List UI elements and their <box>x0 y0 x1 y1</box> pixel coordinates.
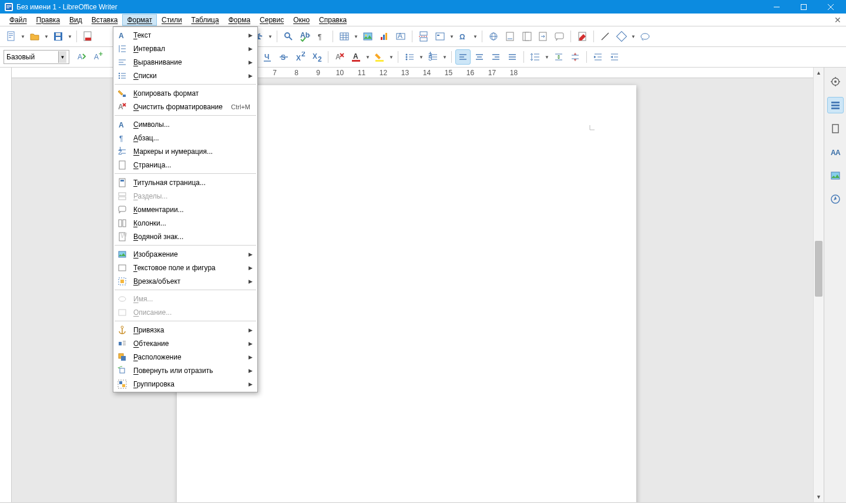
number-dropdown[interactable]: ▼ <box>442 49 448 65</box>
insert-field-button[interactable] <box>432 29 448 44</box>
close-doc-icon[interactable]: ✕ <box>834 15 841 25</box>
open-dropdown[interactable]: ▼ <box>43 29 49 44</box>
menu-table[interactable]: Таблица <box>187 14 224 26</box>
menu-help[interactable]: Справка <box>314 14 351 26</box>
menuitem-watermark[interactable]: WВодяной знак... <box>113 230 257 243</box>
menuitem-frame[interactable]: Врезка/объект▶ <box>113 274 257 288</box>
draw-functions-button[interactable] <box>637 29 653 44</box>
insert-image-button[interactable] <box>360 29 375 44</box>
spacing-dropdown[interactable]: ▼ <box>544 49 550 65</box>
bullet-dropdown[interactable]: ▼ <box>418 49 424 65</box>
superscript-button[interactable]: X2 <box>293 49 308 65</box>
vertical-scrollbar[interactable]: ▲ ▼ <box>813 68 824 502</box>
basic-shape-button[interactable] <box>614 29 629 44</box>
cross-ref-button[interactable] <box>535 29 550 44</box>
increase-indent-button[interactable] <box>590 49 606 65</box>
undo-dropdown[interactable]: ▼ <box>267 29 273 44</box>
menuitem-spacing[interactable]: Интервал▶ <box>113 42 257 55</box>
menuitem-titlepage[interactable]: Титульная страница... <box>113 176 257 189</box>
menuitem-text[interactable]: AТекст▶ <box>113 28 257 42</box>
clear-format-button[interactable]: A <box>332 49 347 65</box>
menuitem-anchor[interactable]: Привязка▶ <box>113 323 257 337</box>
menuitem-arrange[interactable]: Расположение▶ <box>113 350 257 364</box>
menu-insert[interactable]: Вставка <box>87 14 123 26</box>
sidebar-properties-button[interactable] <box>827 97 844 113</box>
menuitem-clone[interactable]: Копировать формат <box>113 86 257 100</box>
sidebar-gallery-button[interactable] <box>827 167 844 184</box>
font-color-button[interactable]: A <box>348 49 364 65</box>
menuitem-clear-format[interactable]: AОчистить форматированиеCtrl+M <box>113 100 257 113</box>
menu-edit[interactable]: Правка <box>32 14 65 26</box>
align-right-button[interactable] <box>488 49 503 65</box>
menuitem-image[interactable]: Изображение▶ <box>113 247 257 261</box>
maximize-button[interactable] <box>792 0 819 14</box>
shape-dropdown[interactable]: ▼ <box>630 29 636 44</box>
field-dropdown[interactable]: ▼ <box>449 29 455 44</box>
track-changes-button[interactable] <box>575 29 590 44</box>
menuitem-wrap[interactable]: Обтекание▶ <box>113 337 257 350</box>
menu-file[interactable]: Файл <box>5 14 32 26</box>
insert-chart-button[interactable] <box>377 29 392 44</box>
menuitem-columns[interactable]: Колонки... <box>113 216 257 230</box>
highlight-dropdown[interactable]: ▼ <box>388 49 394 65</box>
special-char-button[interactable]: Ω <box>456 29 471 44</box>
increase-spacing-button[interactable] <box>551 49 566 65</box>
menuitem-textbox[interactable]: Текстовое поле и фигура▶ <box>113 261 257 274</box>
menuitem-align[interactable]: Выравнивание▶ <box>113 55 257 69</box>
new-style-button[interactable]: A+ <box>90 49 106 65</box>
hyperlink-button[interactable] <box>486 29 501 44</box>
font-color-dropdown[interactable]: ▼ <box>365 49 371 65</box>
strikethrough-button[interactable]: S <box>276 49 291 65</box>
sidebar-page-button[interactable] <box>827 120 844 137</box>
line-button[interactable] <box>597 29 613 44</box>
menuitem-character[interactable]: AСимволы... <box>113 117 257 131</box>
menuitem-page[interactable]: Страница... <box>113 158 257 172</box>
underline-button[interactable]: Ч <box>260 49 275 65</box>
scroll-down-icon[interactable]: ▼ <box>814 492 824 502</box>
scrollbar-thumb[interactable] <box>815 241 822 297</box>
subscript-button[interactable]: X2 <box>309 49 324 65</box>
close-button[interactable] <box>819 0 846 14</box>
menu-tools[interactable]: Сервис <box>255 14 288 26</box>
new-doc-dropdown[interactable]: ▼ <box>20 29 26 44</box>
spellcheck-button[interactable]: Abc <box>297 29 313 44</box>
menu-format[interactable]: Формат <box>122 14 157 26</box>
menuitem-rotate[interactable]: Повернуть или отразить▶ <box>113 364 257 377</box>
new-doc-button[interactable] <box>4 29 19 44</box>
menuitem-group[interactable]: Группировка▶ <box>113 377 257 391</box>
menuitem-comments[interactable]: Комментарии... <box>113 203 257 216</box>
highlight-button[interactable] <box>372 49 387 65</box>
menu-view[interactable]: Вид <box>65 14 87 26</box>
menu-window[interactable]: Окно <box>288 14 314 26</box>
sidebar-navigator-button[interactable] <box>827 191 844 207</box>
insert-textbox-button[interactable]: A <box>393 29 408 44</box>
menu-form[interactable]: Форма <box>224 14 255 26</box>
number-list-button[interactable]: 123 <box>425 49 441 65</box>
save-dropdown[interactable]: ▼ <box>67 29 73 44</box>
open-button[interactable] <box>27 29 42 44</box>
scroll-up-icon[interactable]: ▲ <box>814 68 824 78</box>
decrease-indent-button[interactable] <box>607 49 622 65</box>
save-button[interactable] <box>51 29 66 44</box>
line-spacing-button[interactable] <box>528 49 543 65</box>
find-replace-button[interactable] <box>281 29 296 44</box>
sidebar-settings-button[interactable] <box>827 73 844 90</box>
align-justify-button[interactable] <box>505 49 520 65</box>
update-style-button[interactable]: A <box>74 49 89 65</box>
table-dropdown[interactable]: ▼ <box>353 29 359 44</box>
decrease-spacing-button[interactable] <box>568 49 583 65</box>
menuitem-list[interactable]: Списки▶ <box>113 69 257 82</box>
insert-table-button[interactable] <box>337 29 352 44</box>
menu-styles[interactable]: Стили <box>157 14 187 26</box>
export-pdf-button[interactable] <box>80 29 96 44</box>
bullet-list-button[interactable] <box>402 49 417 65</box>
special-char-dropdown[interactable]: ▼ <box>472 29 478 44</box>
minimize-button[interactable] <box>765 0 792 14</box>
menuitem-bullets[interactable]: 12Маркеры и нумерация... <box>113 145 257 158</box>
align-center-button[interactable] <box>472 49 487 65</box>
bookmark-button[interactable] <box>519 29 534 44</box>
paragraph-style-combo[interactable]: Базовый ▼ <box>4 50 69 64</box>
sidebar-styles-button[interactable]: AA <box>827 144 844 160</box>
footnote-button[interactable] <box>502 29 518 44</box>
align-left-button[interactable] <box>455 49 471 65</box>
